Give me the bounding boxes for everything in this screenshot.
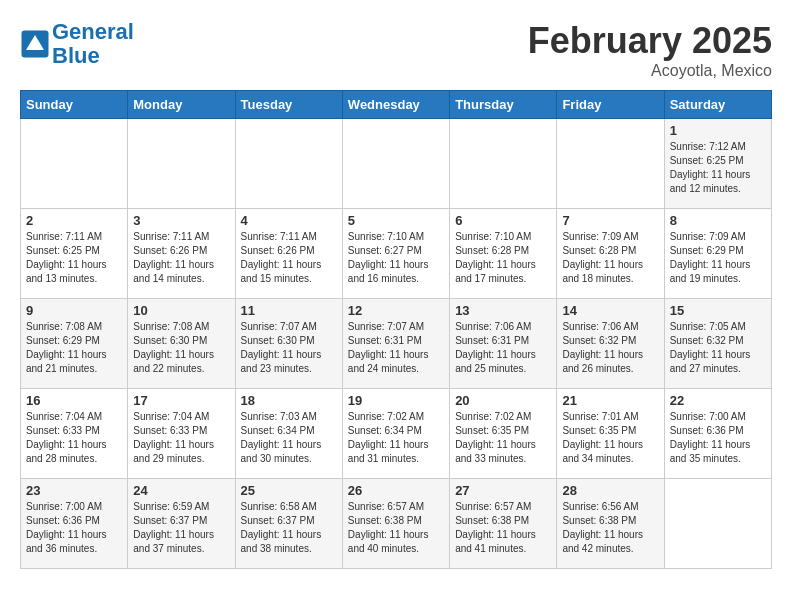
- day-number: 15: [670, 303, 766, 318]
- day-info: Sunrise: 7:11 AM Sunset: 6:26 PM Dayligh…: [133, 230, 229, 286]
- day-cell: 25Sunrise: 6:58 AM Sunset: 6:37 PM Dayli…: [235, 479, 342, 569]
- day-cell: [557, 119, 664, 209]
- day-number: 13: [455, 303, 551, 318]
- day-number: 16: [26, 393, 122, 408]
- day-info: Sunrise: 7:10 AM Sunset: 6:28 PM Dayligh…: [455, 230, 551, 286]
- day-info: Sunrise: 7:11 AM Sunset: 6:25 PM Dayligh…: [26, 230, 122, 286]
- day-info: Sunrise: 6:58 AM Sunset: 6:37 PM Dayligh…: [241, 500, 337, 556]
- logo-icon: [20, 29, 50, 59]
- day-info: Sunrise: 7:09 AM Sunset: 6:28 PM Dayligh…: [562, 230, 658, 286]
- day-cell: [342, 119, 449, 209]
- day-cell: 13Sunrise: 7:06 AM Sunset: 6:31 PM Dayli…: [450, 299, 557, 389]
- day-cell: 16Sunrise: 7:04 AM Sunset: 6:33 PM Dayli…: [21, 389, 128, 479]
- day-header-thursday: Thursday: [450, 91, 557, 119]
- day-cell: [664, 479, 771, 569]
- logo: General Blue: [20, 20, 134, 68]
- day-number: 18: [241, 393, 337, 408]
- day-header-saturday: Saturday: [664, 91, 771, 119]
- day-info: Sunrise: 7:02 AM Sunset: 6:34 PM Dayligh…: [348, 410, 444, 466]
- day-cell: 18Sunrise: 7:03 AM Sunset: 6:34 PM Dayli…: [235, 389, 342, 479]
- day-cell: 3Sunrise: 7:11 AM Sunset: 6:26 PM Daylig…: [128, 209, 235, 299]
- day-header-monday: Monday: [128, 91, 235, 119]
- day-number: 9: [26, 303, 122, 318]
- location: Acoyotla, Mexico: [528, 62, 772, 80]
- day-number: 26: [348, 483, 444, 498]
- day-info: Sunrise: 7:01 AM Sunset: 6:35 PM Dayligh…: [562, 410, 658, 466]
- day-number: 5: [348, 213, 444, 228]
- page-header: General Blue February 2025 Acoyotla, Mex…: [20, 20, 772, 80]
- day-cell: 27Sunrise: 6:57 AM Sunset: 6:38 PM Dayli…: [450, 479, 557, 569]
- day-number: 24: [133, 483, 229, 498]
- day-info: Sunrise: 6:59 AM Sunset: 6:37 PM Dayligh…: [133, 500, 229, 556]
- week-row-2: 2Sunrise: 7:11 AM Sunset: 6:25 PM Daylig…: [21, 209, 772, 299]
- day-info: Sunrise: 7:10 AM Sunset: 6:27 PM Dayligh…: [348, 230, 444, 286]
- day-cell: 6Sunrise: 7:10 AM Sunset: 6:28 PM Daylig…: [450, 209, 557, 299]
- day-info: Sunrise: 7:08 AM Sunset: 6:30 PM Dayligh…: [133, 320, 229, 376]
- day-cell: 8Sunrise: 7:09 AM Sunset: 6:29 PM Daylig…: [664, 209, 771, 299]
- day-info: Sunrise: 7:11 AM Sunset: 6:26 PM Dayligh…: [241, 230, 337, 286]
- day-number: 25: [241, 483, 337, 498]
- day-number: 12: [348, 303, 444, 318]
- day-cell: [128, 119, 235, 209]
- day-number: 2: [26, 213, 122, 228]
- day-header-wednesday: Wednesday: [342, 91, 449, 119]
- day-cell: 10Sunrise: 7:08 AM Sunset: 6:30 PM Dayli…: [128, 299, 235, 389]
- day-cell: 19Sunrise: 7:02 AM Sunset: 6:34 PM Dayli…: [342, 389, 449, 479]
- day-info: Sunrise: 7:09 AM Sunset: 6:29 PM Dayligh…: [670, 230, 766, 286]
- logo-text: General Blue: [52, 20, 134, 68]
- week-row-5: 23Sunrise: 7:00 AM Sunset: 6:36 PM Dayli…: [21, 479, 772, 569]
- month-year: February 2025: [528, 20, 772, 62]
- day-cell: 15Sunrise: 7:05 AM Sunset: 6:32 PM Dayli…: [664, 299, 771, 389]
- day-cell: [21, 119, 128, 209]
- day-number: 14: [562, 303, 658, 318]
- day-number: 27: [455, 483, 551, 498]
- day-number: 19: [348, 393, 444, 408]
- day-cell: 4Sunrise: 7:11 AM Sunset: 6:26 PM Daylig…: [235, 209, 342, 299]
- day-cell: 24Sunrise: 6:59 AM Sunset: 6:37 PM Dayli…: [128, 479, 235, 569]
- calendar-body: 1Sunrise: 7:12 AM Sunset: 6:25 PM Daylig…: [21, 119, 772, 569]
- day-cell: 7Sunrise: 7:09 AM Sunset: 6:28 PM Daylig…: [557, 209, 664, 299]
- calendar-table: SundayMondayTuesdayWednesdayThursdayFrid…: [20, 90, 772, 569]
- day-info: Sunrise: 7:02 AM Sunset: 6:35 PM Dayligh…: [455, 410, 551, 466]
- day-cell: [450, 119, 557, 209]
- day-number: 17: [133, 393, 229, 408]
- day-cell: 1Sunrise: 7:12 AM Sunset: 6:25 PM Daylig…: [664, 119, 771, 209]
- day-cell: 12Sunrise: 7:07 AM Sunset: 6:31 PM Dayli…: [342, 299, 449, 389]
- day-cell: 23Sunrise: 7:00 AM Sunset: 6:36 PM Dayli…: [21, 479, 128, 569]
- day-cell: 17Sunrise: 7:04 AM Sunset: 6:33 PM Dayli…: [128, 389, 235, 479]
- day-info: Sunrise: 6:57 AM Sunset: 6:38 PM Dayligh…: [348, 500, 444, 556]
- day-header-tuesday: Tuesday: [235, 91, 342, 119]
- day-cell: 21Sunrise: 7:01 AM Sunset: 6:35 PM Dayli…: [557, 389, 664, 479]
- day-header-friday: Friday: [557, 91, 664, 119]
- day-cell: 26Sunrise: 6:57 AM Sunset: 6:38 PM Dayli…: [342, 479, 449, 569]
- day-number: 3: [133, 213, 229, 228]
- day-info: Sunrise: 7:00 AM Sunset: 6:36 PM Dayligh…: [670, 410, 766, 466]
- day-info: Sunrise: 7:06 AM Sunset: 6:32 PM Dayligh…: [562, 320, 658, 376]
- day-cell: 9Sunrise: 7:08 AM Sunset: 6:29 PM Daylig…: [21, 299, 128, 389]
- day-info: Sunrise: 7:03 AM Sunset: 6:34 PM Dayligh…: [241, 410, 337, 466]
- day-cell: 14Sunrise: 7:06 AM Sunset: 6:32 PM Dayli…: [557, 299, 664, 389]
- day-number: 8: [670, 213, 766, 228]
- day-info: Sunrise: 7:04 AM Sunset: 6:33 PM Dayligh…: [26, 410, 122, 466]
- day-number: 22: [670, 393, 766, 408]
- day-cell: 20Sunrise: 7:02 AM Sunset: 6:35 PM Dayli…: [450, 389, 557, 479]
- day-number: 11: [241, 303, 337, 318]
- week-row-1: 1Sunrise: 7:12 AM Sunset: 6:25 PM Daylig…: [21, 119, 772, 209]
- day-cell: 5Sunrise: 7:10 AM Sunset: 6:27 PM Daylig…: [342, 209, 449, 299]
- week-row-3: 9Sunrise: 7:08 AM Sunset: 6:29 PM Daylig…: [21, 299, 772, 389]
- title-block: February 2025 Acoyotla, Mexico: [528, 20, 772, 80]
- day-info: Sunrise: 6:56 AM Sunset: 6:38 PM Dayligh…: [562, 500, 658, 556]
- day-number: 1: [670, 123, 766, 138]
- day-cell: 22Sunrise: 7:00 AM Sunset: 6:36 PM Dayli…: [664, 389, 771, 479]
- day-info: Sunrise: 7:07 AM Sunset: 6:31 PM Dayligh…: [348, 320, 444, 376]
- day-number: 4: [241, 213, 337, 228]
- day-number: 10: [133, 303, 229, 318]
- day-info: Sunrise: 6:57 AM Sunset: 6:38 PM Dayligh…: [455, 500, 551, 556]
- day-cell: 11Sunrise: 7:07 AM Sunset: 6:30 PM Dayli…: [235, 299, 342, 389]
- day-number: 7: [562, 213, 658, 228]
- day-number: 20: [455, 393, 551, 408]
- day-info: Sunrise: 7:05 AM Sunset: 6:32 PM Dayligh…: [670, 320, 766, 376]
- day-number: 21: [562, 393, 658, 408]
- week-row-4: 16Sunrise: 7:04 AM Sunset: 6:33 PM Dayli…: [21, 389, 772, 479]
- day-info: Sunrise: 7:06 AM Sunset: 6:31 PM Dayligh…: [455, 320, 551, 376]
